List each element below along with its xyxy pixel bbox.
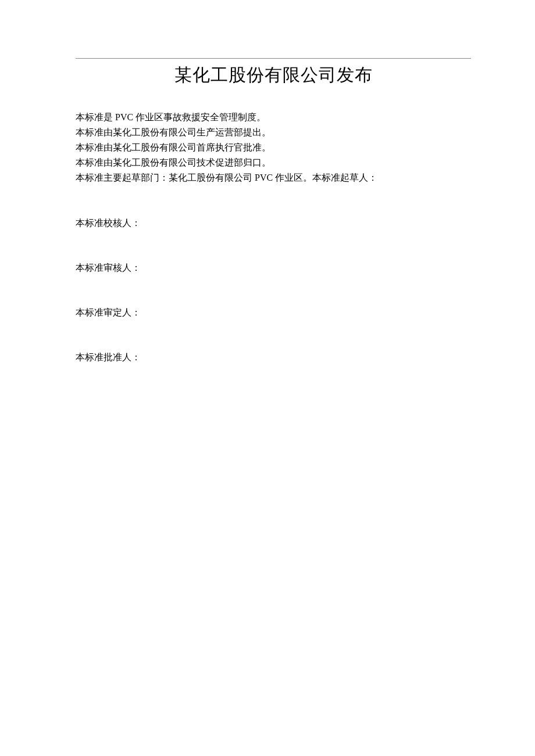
proofreader-line: 本标准校核人： [76, 217, 471, 230]
document-title: 某化工股份有限公司发布 [76, 63, 471, 87]
intro-line-3: 本标准由某化工股份有限公司首席执行官批准。 [76, 141, 471, 155]
authorizer-line: 本标准批准人： [76, 352, 471, 364]
intro-line-4: 本标准由某化工股份有限公司技术促进部归口。 [76, 156, 471, 170]
intro-line-1: 本标准是 PVC 作业区事故救援安全管理制度。 [76, 110, 471, 124]
intro-block: 本标准是 PVC 作业区事故救援安全管理制度。 本标准由某化工股份有限公司生产运… [76, 110, 471, 185]
approver-line: 本标准审定人： [76, 307, 471, 319]
horizontal-divider [76, 58, 471, 59]
signature-block: 本标准校核人： 本标准审核人： 本标准审定人： 本标准批准人： [76, 217, 471, 364]
reviewer-line: 本标准审核人： [76, 262, 471, 274]
intro-line-2: 本标准由某化工股份有限公司生产运营部提出。 [76, 126, 471, 139]
document-page: 某化工股份有限公司发布 本标准是 PVC 作业区事故救援安全管理制度。 本标准由… [0, 0, 535, 364]
intro-line-5: 本标准主要起草部门：某化工股份有限公司 PVC 作业区。本标准起草人： [76, 171, 471, 185]
